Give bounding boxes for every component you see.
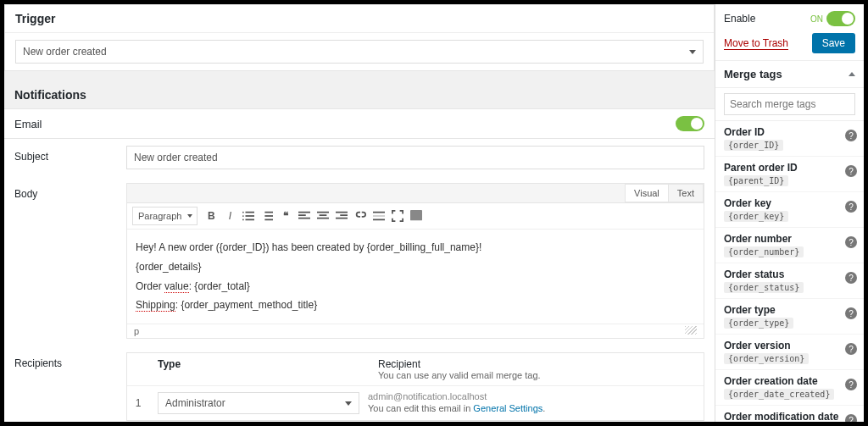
- merge-tags-search-input[interactable]: [724, 93, 855, 115]
- merge-tag-item[interactable]: Order version{order_version}?: [715, 335, 864, 370]
- merge-tag-item[interactable]: Order modification date{order_date_modif…: [715, 406, 864, 422]
- trigger-select[interactable]: New order created: [15, 40, 704, 64]
- editor-content[interactable]: Hey! A new order ({order_ID}) has been c…: [127, 230, 704, 324]
- svg-rect-8: [265, 219, 274, 221]
- svg-rect-14: [317, 218, 329, 219]
- merge-tag-label: Order ID: [724, 126, 855, 138]
- merge-tag-label: Order number: [724, 233, 855, 245]
- merge-tag-label: Order creation date: [724, 375, 855, 387]
- help-icon[interactable]: ?: [845, 272, 857, 284]
- chevron-down-icon: [345, 401, 352, 406]
- svg-rect-20: [373, 219, 385, 221]
- tab-visual[interactable]: Visual: [625, 184, 669, 202]
- help-icon[interactable]: ?: [845, 201, 857, 213]
- quote-icon[interactable]: ❝: [277, 207, 294, 224]
- resize-handle-icon[interactable]: [685, 326, 697, 335]
- merge-tag-code: {order_key}: [724, 211, 788, 222]
- svg-rect-9: [298, 212, 310, 213]
- svg-rect-15: [336, 212, 348, 213]
- bullet-list-icon[interactable]: [240, 207, 257, 224]
- merge-tag-label: Order modification date: [724, 411, 855, 422]
- merge-tag-item[interactable]: Order status{order_status}?: [715, 263, 864, 299]
- help-icon[interactable]: ?: [845, 379, 857, 390]
- help-icon[interactable]: ?: [845, 130, 857, 141]
- format-select[interactable]: Paragraph: [132, 207, 198, 225]
- merge-tags-heading: Merge tags: [724, 68, 782, 80]
- help-icon[interactable]: ?: [845, 307, 857, 319]
- merge-tag-label: Parent order ID: [724, 162, 855, 174]
- enable-on-text: ON: [810, 14, 823, 24]
- enable-label: Enable: [724, 13, 755, 25]
- svg-rect-7: [265, 215, 274, 217]
- move-to-trash-link[interactable]: Move to Trash: [724, 37, 788, 50]
- recipient-note: You can edit this email in General Setti…: [359, 401, 704, 415]
- svg-rect-17: [336, 218, 348, 219]
- svg-rect-0: [246, 212, 255, 213]
- svg-rect-10: [298, 214, 306, 216]
- merge-tag-item[interactable]: Order key{order_key}?: [715, 192, 864, 228]
- subject-label: Subject: [14, 146, 126, 163]
- merge-tag-item[interactable]: Order type{order_type}?: [715, 299, 864, 335]
- chevron-down-icon: [689, 50, 696, 54]
- number-list-icon[interactable]: [259, 207, 275, 224]
- recipients-col-recipient: Recipient You can use any valid email me…: [370, 353, 704, 385]
- merge-tag-code: {order_ID}: [724, 140, 783, 151]
- merge-tag-item[interactable]: Order number{order_number}?: [715, 228, 864, 263]
- align-left-icon[interactable]: [296, 207, 313, 224]
- svg-rect-13: [320, 214, 327, 216]
- merge-tag-item[interactable]: Order ID{order_ID}?: [715, 121, 864, 157]
- align-center-icon[interactable]: [314, 207, 331, 224]
- merge-tag-label: Order type: [724, 304, 855, 316]
- svg-point-5: [242, 219, 244, 221]
- trigger-value: New order created: [23, 46, 107, 58]
- help-icon[interactable]: ?: [845, 414, 857, 422]
- merge-tag-item[interactable]: Order creation date{order_date_created}?: [715, 370, 864, 406]
- svg-point-4: [242, 215, 244, 217]
- svg-rect-11: [298, 218, 310, 219]
- merge-tag-item[interactable]: Parent order ID{parent_ID}?: [715, 157, 864, 192]
- merge-tag-code: {order_type}: [724, 318, 793, 329]
- recipients-label: Recipients: [14, 352, 126, 369]
- general-settings-link[interactable]: General Settings: [473, 403, 542, 413]
- svg-rect-16: [341, 214, 348, 216]
- email-label: Email: [14, 118, 42, 130]
- help-icon[interactable]: ?: [845, 236, 857, 248]
- body-editor: Visual Text Paragraph B I ❝: [126, 183, 704, 339]
- notifications-heading: Notifications: [4, 80, 715, 108]
- help-icon[interactable]: ?: [845, 165, 857, 177]
- toolbar-toggle-icon[interactable]: [408, 207, 425, 224]
- email-toggle[interactable]: [676, 116, 704, 131]
- recipient-row: 1 Administrator admin@notification.local…: [127, 386, 704, 420]
- svg-rect-18: [373, 212, 385, 213]
- enable-toggle[interactable]: [826, 11, 855, 26]
- svg-rect-6: [265, 212, 274, 213]
- recipient-row-number: 1: [127, 392, 149, 414]
- merge-tag-code: {order_number}: [724, 246, 804, 257]
- recipient-type-select[interactable]: Administrator: [158, 392, 359, 414]
- recipient-value: admin@notification.localhost: [359, 391, 704, 401]
- bold-icon[interactable]: B: [203, 207, 220, 224]
- merge-tag-code: {order_date_created}: [724, 389, 834, 400]
- trigger-heading: Trigger: [5, 5, 714, 33]
- link-icon[interactable]: [352, 207, 369, 224]
- recipients-col-type: Type: [149, 353, 370, 385]
- merge-tag-code: {order_status}: [724, 282, 804, 293]
- svg-rect-2: [246, 219, 255, 221]
- collapse-icon[interactable]: [849, 72, 855, 76]
- italic-icon[interactable]: I: [221, 207, 238, 224]
- svg-rect-1: [246, 215, 255, 217]
- save-button[interactable]: Save: [812, 33, 855, 53]
- merge-tag-label: Order version: [724, 340, 855, 351]
- merge-tag-label: Order status: [724, 268, 855, 280]
- tab-text[interactable]: Text: [668, 184, 704, 202]
- help-icon[interactable]: ?: [845, 343, 857, 355]
- align-right-icon[interactable]: [333, 207, 350, 224]
- more-icon[interactable]: [370, 207, 387, 224]
- merge-tag-code: {order_version}: [724, 353, 809, 364]
- editor-path: p: [134, 326, 139, 336]
- subject-input[interactable]: [126, 146, 704, 169]
- fullscreen-icon[interactable]: [389, 207, 406, 224]
- merge-tag-code: {parent_ID}: [724, 175, 788, 186]
- svg-rect-19: [373, 215, 385, 217]
- body-label: Body: [14, 183, 126, 200]
